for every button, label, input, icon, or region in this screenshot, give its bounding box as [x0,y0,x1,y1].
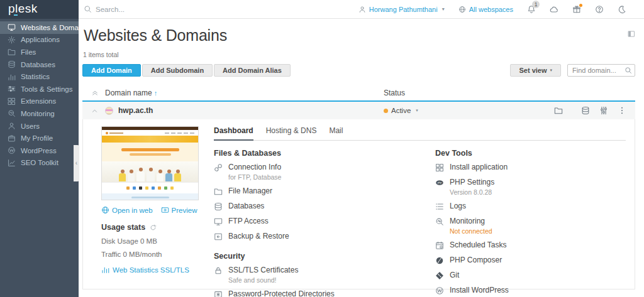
tab-hosting-dns[interactable]: Hosting & DNS [266,126,317,141]
database-icon[interactable] [581,106,590,115]
feature-backup-restore[interactable]: Backup & Restore [214,229,435,244]
feature-ftp-access[interactable]: FTP Access [214,213,435,229]
feature-label[interactable]: Databases [228,202,264,210]
row-collapse-button[interactable] [91,107,105,114]
feature-password-protected-directories[interactable]: Password-Protected Directories [214,286,435,297]
profile-icon [8,134,16,143]
sidebar-item-databases[interactable]: Databases [0,58,79,71]
kebab-menu-icon[interactable] [618,106,626,115]
domain-dashboard-pane: Dashboard Hosting & DNS Mail Files & Dat… [214,126,626,289]
feature-install-application[interactable]: Install application [435,159,626,175]
sidebar-item-monitoring[interactable]: Monitoring [0,107,79,120]
global-search[interactable] [84,5,247,13]
user-menu[interactable]: Horwang Pathumthani [358,6,445,13]
feature-label[interactable]: PHP Settings [450,178,494,186]
cloud-button[interactable] [550,5,558,14]
hosting-settings-icon[interactable] [599,106,608,115]
feature-label[interactable]: Git [450,271,459,279]
logo-underline [14,14,18,16]
collapse-panel-button[interactable] [628,30,635,38]
status-dropdown[interactable]: Active [384,107,418,114]
feature-label[interactable]: SSL/TLS Certificates [228,266,298,274]
dark-mode-moon-icon [618,5,626,14]
feature-monitoring[interactable]: Monitoring Not connected [435,213,626,237]
column-domain-name[interactable]: Domain name [105,89,384,97]
site-thumbnail[interactable] [101,126,199,200]
user-icon [358,6,366,13]
sidebar-item-seo-toolkit[interactable]: SEO Toolkit [0,157,79,170]
sidebar-item-websites-domains[interactable]: Websites & Domains [0,21,79,34]
folder-icon[interactable] [554,106,563,115]
feature-php-composer[interactable]: PHP Composer [435,252,626,267]
feature-label[interactable]: Password-Protected Directories [228,289,335,297]
sidebar-item-my-profile[interactable]: My Profile [0,132,79,144]
tab-mail[interactable]: Mail [329,126,343,141]
sidebar-item-applications[interactable]: Applications [0,34,79,46]
backup-restore-icon [214,232,223,241]
feature-label[interactable]: Connection Info [228,163,281,171]
feature-logs[interactable]: Logs [435,198,626,213]
wordpress-icon [8,146,16,154]
add-subdomain-button[interactable]: Add Subdomain [142,64,213,77]
preview-link[interactable]: Preview [161,206,197,214]
feature-label[interactable]: Install WordPress [450,286,509,294]
monitor-icon [214,217,223,226]
domain-favicon [105,107,113,115]
sidebar-item-label: Websites & Domains [21,24,88,31]
user-icon [8,122,16,130]
notifications-button[interactable]: 1 [527,5,536,14]
feature-install-wordpress[interactable]: Install WordPress [435,283,626,297]
sidebar-item-wordpress[interactable]: WordPress [0,144,79,157]
feature-label[interactable]: Backup & Restore [228,232,289,240]
refresh-icon[interactable] [150,224,157,231]
protected-directory-icon [214,290,223,297]
feature-php-settings[interactable]: PHP Settings Version 8.0.28 [435,175,626,198]
status-dot [384,109,388,113]
workspaces-selector[interactable]: All webspaces [458,6,513,13]
open-in-web-link[interactable]: Open in web [101,206,153,214]
sidebar-item-label: Users [21,122,40,130]
feature-label[interactable]: Install application [450,163,508,171]
page-title: Websites & Domains [84,26,227,45]
feature-git[interactable]: Git [435,267,626,283]
link-icon [214,163,223,172]
add-domain-alias-button[interactable]: Add Domain Alias [214,64,291,77]
sidebar-collapse-handle[interactable] [74,145,79,181]
sidebar-item-users[interactable]: Users [0,120,79,132]
tab-dashboard[interactable]: Dashboard [214,126,253,141]
web-statistics-link[interactable]: Web Statistics SSL/TLS [101,266,207,274]
feature-label[interactable]: PHP Composer [450,256,502,264]
usage-stats-title: Usage stats [101,223,145,232]
set-view-button[interactable]: Set view [510,64,561,77]
feature-label[interactable]: Monitoring [450,217,492,225]
add-domain-button[interactable]: Add Domain [82,64,141,77]
help-button[interactable] [595,5,604,14]
feature-databases[interactable]: Databases [214,198,435,213]
feature-scheduled-tasks[interactable]: Scheduled Tasks [435,237,626,252]
search-input[interactable] [96,6,221,13]
feature-label[interactable]: Logs [450,202,466,210]
plesk-logo[interactable]: plesk [0,0,79,19]
disk-usage: Disk Usage 0 MB [101,237,207,245]
feature-label[interactable]: FTP Access [228,217,269,225]
items-total: 1 items total [83,51,635,58]
feature-ssl-certificates[interactable]: SSL/TLS Certificates Safe and sound! [214,262,435,286]
sidebar-item-label: SEO Toolkit [21,159,58,166]
sidebar-item-statistics[interactable]: Statistics [0,70,79,83]
feature-file-manager[interactable]: File Manager [214,183,435,198]
preview-label: Preview [172,207,197,214]
sidebar-item-files[interactable]: Files [0,46,79,58]
sidebar-item-tools-settings[interactable]: Tools & Settings [0,83,79,95]
list-icon [435,202,444,211]
feature-sub: for FTP, Database [228,173,281,181]
column-status: Status [384,89,405,97]
collapse-all-button[interactable] [91,89,105,97]
promotions-button[interactable] [572,5,581,14]
dark-mode-toggle[interactable] [618,5,626,14]
chevron-up-icon [91,107,98,114]
domain-name-link[interactable]: hwp.ac.th [118,106,153,115]
feature-connection-info[interactable]: Connection Info for FTP, Database [214,159,435,183]
sidebar-item-extensions[interactable]: Extensions [0,95,79,108]
feature-label[interactable]: Scheduled Tasks [450,240,507,249]
feature-label[interactable]: File Manager [228,186,272,195]
